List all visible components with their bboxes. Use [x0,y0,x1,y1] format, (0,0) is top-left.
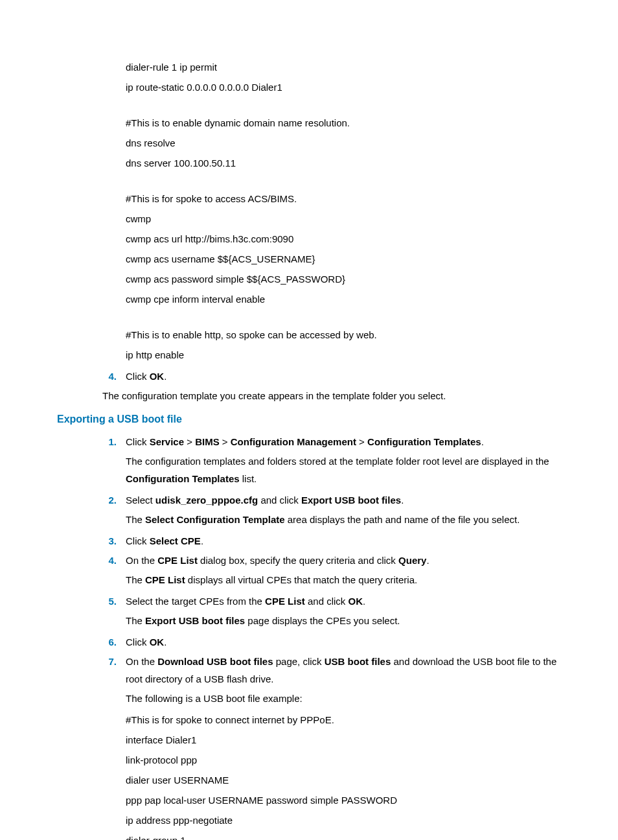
bold-text: OK [150,371,165,382]
bold-text: Select CPE [150,535,201,546]
step-number: 5. [100,592,126,610]
code-line: ip address ppp-negotiate [126,811,561,829]
step-body: Click OK. [126,368,561,385]
bold-text: Configuration Templates [126,473,240,484]
code-line: cwmp acs username $${ACS_USERNAME} [126,250,561,268]
text: . [164,371,166,382]
step-body: Select the target CPEs from the CPE List… [126,592,561,610]
text: . [201,535,203,546]
code-line: #This is to enable dynamic domain name r… [126,114,561,132]
code-line: cwmp acs password simple $${ACS_PASSWORD… [126,270,561,288]
step-number: 3. [100,532,126,550]
export-step-7-code: #This is for spoke to connect internet b… [126,711,561,840]
bold-text: Configuration Templates [367,436,481,447]
code-line: link-protocol ppp [126,751,561,769]
export-step-4-sub: The CPE List displays all virtual CPEs t… [126,571,561,589]
code-block-4: #This is to enable http, so spoke can be… [126,326,561,364]
step-body: On the Download USB boot files page, cli… [126,653,561,688]
code-line: dialer-group 1 [126,832,561,840]
code-line: #This is for spoke to access ACS/BIMS. [126,190,561,207]
text: > [220,436,231,447]
bold-text: Export USB boot files [145,615,245,626]
text: . [363,596,365,607]
code-line: dialer user USERNAME [126,771,561,789]
code-line: ip http enable [126,346,561,364]
text: Select the target CPEs from the [126,596,265,607]
text: On the [126,656,157,667]
code-line: cwmp cpe inform interval enable [126,290,561,308]
export-step-5: 5. Select the target CPEs from the CPE L… [57,592,561,610]
export-step-4: 4. On the CPE List dialog box, specify t… [57,552,561,569]
code-line: cwmp [126,210,561,228]
text: . [426,555,429,566]
export-step-7-sub2: The following is a USB boot file example… [126,690,561,707]
code-line: ppp pap local-user USERNAME password sim… [126,791,561,809]
step-number: 4. [100,552,126,569]
bold-text: Query [398,555,426,566]
step-4: 4. Click OK. [57,368,561,385]
step-4-result: The configuration template you create ap… [102,387,561,404]
text: On the [126,555,157,566]
code-line: #This is for spoke to connect internet b… [126,711,561,729]
bold-text: USB boot files [325,656,391,667]
code-line: ip route-static 0.0.0.0 0.0.0.0 Dialer1 [126,78,561,96]
text: . [401,495,404,506]
step-number: 7. [100,653,126,688]
bold-text: Configuration Management [231,436,356,447]
code-line: dns resolve [126,134,561,152]
text: dialog box, specify the query criteria a… [198,555,398,566]
text: Click [126,535,150,546]
export-step-2: 2. Select udisk_zero_pppoe.cfg and click… [57,491,561,509]
bold-text: CPE List [145,574,185,585]
text: and click [258,495,301,506]
text: Click [126,636,150,648]
text: area displays the path and name of the f… [285,514,520,525]
text: > [356,436,367,447]
text: and click [305,596,349,607]
code-block-1: dialer-rule 1 ip permit ip route-static … [126,58,561,96]
bold-text: CPE List [157,555,198,566]
text: list. [240,473,257,484]
text: > [184,436,195,447]
step-number: 2. [100,491,126,509]
text: page displays the CPEs you select. [245,615,400,626]
step-body: Click Select CPE. [126,532,561,550]
code-line: dns server 100.100.50.11 [126,154,561,172]
text: Select [126,495,155,506]
text: The [126,574,145,585]
bold-text: Select Configuration Template [145,514,285,525]
text: . [481,436,484,447]
export-step-7: 7. On the Download USB boot files page, … [57,653,561,688]
text: The configuration templates and folders … [126,456,549,467]
bold-text: udisk_zero_pppoe.cfg [155,495,258,506]
step-body: On the CPE List dialog box, specify the … [126,552,561,569]
text: The [126,615,145,626]
bold-text: Service [150,436,184,447]
code-line: #This is to enable http, so spoke can be… [126,326,561,344]
step-number: 4. [100,368,126,385]
code-block-3: #This is for spoke to access ACS/BIMS. c… [126,190,561,308]
export-step-1-sub: The configuration templates and folders … [126,452,561,487]
export-step-6: 6. Click OK. [57,633,561,651]
export-step-2-sub: The Select Configuration Template area d… [126,511,561,528]
code-line: dialer-rule 1 ip permit [126,58,561,76]
page: dialer-rule 1 ip permit ip route-static … [0,0,618,840]
text: . [164,636,166,648]
bold-text: Download USB boot files [157,656,273,667]
export-step-1: 1. Click Service > BIMS > Configuration … [57,433,561,450]
export-step-5-sub: The Export USB boot files page displays … [126,612,561,629]
bold-text: OK [150,636,165,648]
code-line: cwmp acs url http://bims.h3c.com:9090 [126,230,561,248]
step-body: Click Service > BIMS > Configuration Man… [126,433,561,450]
bold-text: BIMS [195,436,220,447]
text: displays all virtual CPEs that match the… [185,574,417,585]
code-block-2: #This is to enable dynamic domain name r… [126,114,561,172]
text: The [126,514,145,525]
text: Click [126,371,150,382]
text: page, click [273,656,325,667]
step-body: Select udisk_zero_pppoe.cfg and click Ex… [126,491,561,509]
code-line: interface Dialer1 [126,731,561,749]
export-step-3: 3. Click Select CPE. [57,532,561,550]
step-body: Click OK. [126,633,561,651]
step-number: 6. [100,633,126,651]
